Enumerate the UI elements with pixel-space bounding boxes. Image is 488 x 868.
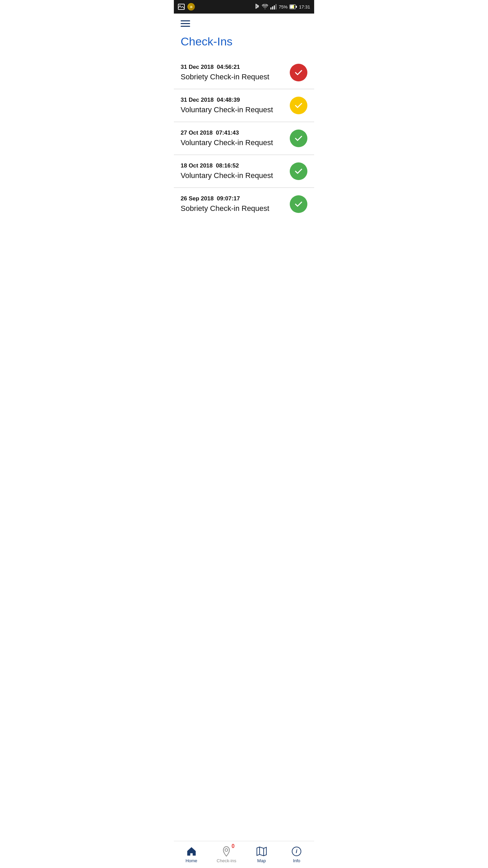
header: Check-Ins [174, 14, 314, 56]
checkin-date: 18 Oct 2018 08:16:52 [181, 162, 284, 169]
list-item[interactable]: 26 Sep 2018 09:07:17 Sobriety Check-in R… [174, 188, 314, 220]
svg-rect-7 [274, 5, 275, 9]
checkin-info: 31 Dec 2018 04:48:39 Voluntary Check-in … [181, 97, 284, 114]
svg-point-2 [180, 5, 181, 6]
gallery-icon [178, 4, 185, 10]
hamburger-menu-button[interactable] [181, 19, 191, 28]
svg-rect-11 [296, 6, 297, 8]
checkin-date: 27 Oct 2018 07:41:43 [181, 130, 284, 136]
checkin-date: 31 Dec 2018 04:48:39 [181, 97, 284, 103]
battery-icon [289, 4, 297, 9]
checkin-date: 31 Dec 2018 04:56:21 [181, 64, 284, 71]
checkins-label: Check-ins [217, 858, 236, 863]
svg-rect-6 [272, 6, 273, 9]
wifi-icon [262, 4, 268, 9]
home-icon [186, 846, 197, 857]
checkin-type: Sobriety Check-in Request [181, 73, 284, 81]
checkin-date: 26 Sep 2018 09:07:17 [181, 195, 284, 202]
list-item[interactable]: 18 Oct 2018 08:16:52 Voluntary Check-in … [174, 155, 314, 188]
status-badge [290, 195, 307, 213]
signal-icon [270, 4, 277, 9]
hamburger-line-3 [181, 26, 190, 27]
hamburger-line-1 [181, 20, 190, 21]
bottom-navigation: Home 0 Check-ins Map i Info [174, 841, 314, 868]
checkin-type: Voluntary Check-in Request [181, 105, 284, 114]
map-icon [256, 846, 267, 857]
battery-percentage: 75% [279, 4, 287, 9]
checkin-type: Voluntary Check-in Request [181, 138, 284, 147]
list-item[interactable]: 27 Oct 2018 07:41:43 Voluntary Check-in … [174, 122, 314, 155]
svg-rect-8 [276, 4, 277, 9]
svg-text:⚖: ⚖ [190, 6, 192, 8]
nav-item-home[interactable]: Home [174, 841, 209, 868]
checkins-badge: 0 [231, 843, 235, 849]
checkins-icon [221, 846, 232, 857]
status-badge [290, 64, 307, 81]
map-label: Map [257, 858, 266, 863]
status-bar-right: 75% 17:31 [255, 4, 310, 10]
list-item[interactable]: 31 Dec 2018 04:56:21 Sobriety Check-in R… [174, 56, 314, 89]
info-label: Info [293, 858, 300, 863]
checkin-info: 18 Oct 2018 08:16:52 Voluntary Check-in … [181, 162, 284, 180]
status-badge [290, 97, 307, 114]
info-icon: i [291, 846, 302, 857]
checkin-info: 27 Oct 2018 07:41:43 Voluntary Check-in … [181, 130, 284, 147]
checkin-type: Voluntary Check-in Request [181, 171, 284, 180]
checkins-list: 31 Dec 2018 04:56:21 Sobriety Check-in R… [174, 56, 314, 868]
status-badge [290, 130, 307, 147]
app-logo-icon: ⚖ [187, 3, 195, 11]
svg-rect-5 [270, 7, 271, 9]
checkin-info: 31 Dec 2018 04:56:21 Sobriety Check-in R… [181, 64, 284, 81]
nav-item-map[interactable]: Map [244, 841, 279, 868]
status-time: 17:31 [299, 4, 310, 9]
checkin-info: 26 Sep 2018 09:07:17 Sobriety Check-in R… [181, 195, 284, 213]
status-bar: ⚖ 75% [174, 0, 314, 14]
checkin-type: Sobriety Check-in Request [181, 204, 284, 213]
hamburger-line-2 [181, 23, 190, 24]
home-label: Home [185, 858, 197, 863]
nav-item-info[interactable]: i Info [279, 841, 314, 868]
nav-item-checkins[interactable]: 0 Check-ins [209, 841, 244, 868]
status-badge [290, 162, 307, 180]
list-item[interactable]: 31 Dec 2018 04:48:39 Voluntary Check-in … [174, 89, 314, 122]
page-title: Check-Ins [181, 35, 307, 48]
bluetooth-icon [255, 4, 260, 10]
svg-point-15 [225, 849, 228, 851]
svg-text:i: i [296, 848, 298, 854]
status-bar-left: ⚖ [178, 3, 195, 11]
